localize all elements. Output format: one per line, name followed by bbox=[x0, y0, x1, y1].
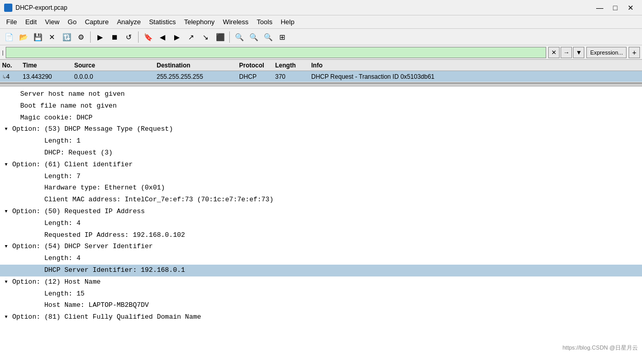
cell-time: 13.443290 bbox=[21, 73, 72, 80]
filter-clear-btn[interactable]: ✕ bbox=[548, 47, 560, 58]
col-header-source[interactable]: Source bbox=[72, 62, 155, 69]
detail-line: Length: 4 bbox=[0, 253, 642, 265]
save-btn[interactable]: 💾 bbox=[31, 30, 44, 44]
start-btn[interactable]: ▶ bbox=[93, 30, 107, 44]
options-btn[interactable]: ⚙ bbox=[74, 30, 88, 44]
detail-line: Length: 7 bbox=[0, 171, 642, 183]
detail-line: Length: 15 bbox=[0, 288, 642, 300]
filter-label: | bbox=[2, 49, 4, 56]
detail-line: Length: 4 bbox=[0, 218, 642, 230]
detail-line[interactable]: ▾ Option: (61) Client identifier bbox=[0, 159, 642, 171]
title-text: DHCP-export.pcap bbox=[15, 4, 67, 11]
close-button[interactable]: ✕ bbox=[623, 2, 638, 13]
detail-line: Host Name: LAPTOP-MB2BQ7DV bbox=[0, 300, 642, 311]
cell-destination: 255.255.255.255 bbox=[155, 73, 237, 80]
packet-list: No. Time Source Destination Protocol Len… bbox=[0, 60, 642, 83]
col-header-no[interactable]: No. bbox=[0, 62, 21, 69]
menu-item-view[interactable]: View bbox=[41, 17, 63, 27]
cell-no: ↳4 bbox=[0, 73, 21, 80]
menu-item-file[interactable]: File bbox=[2, 17, 21, 27]
minimize-button[interactable]: — bbox=[593, 2, 607, 13]
menu-item-telephony[interactable]: Telephony bbox=[180, 17, 218, 27]
watermark: https://blog.CSDN @日星月云 bbox=[563, 344, 638, 352]
menu-item-wireless[interactable]: Wireless bbox=[218, 17, 252, 27]
filter-down-btn[interactable]: ↘ bbox=[199, 30, 212, 44]
menu-item-capture[interactable]: Capture bbox=[81, 17, 113, 27]
detail-line: Requested IP Address: 192.168.0.102 bbox=[0, 230, 642, 241]
col-header-info[interactable]: Info bbox=[309, 62, 642, 69]
packet-list-header: No. Time Source Destination Protocol Len… bbox=[0, 60, 642, 71]
expand-btn[interactable]: ⊞ bbox=[276, 30, 289, 44]
packet-details: Server host name not given Boot file nam… bbox=[0, 86, 642, 364]
zoom-in-btn[interactable]: 🔍 bbox=[232, 30, 246, 44]
detail-line[interactable]: ▾ Option: (54) DHCP Server Identifier bbox=[0, 241, 642, 253]
detail-line: Client MAC address: IntelCor_7e:ef:73 (7… bbox=[0, 194, 642, 206]
detail-line[interactable]: ▾ Option: (50) Requested IP Address bbox=[0, 206, 642, 218]
filter-apply-right-btn[interactable]: → bbox=[561, 47, 572, 58]
zoom-out-btn[interactable]: 🔍 bbox=[247, 30, 260, 44]
window-controls: — □ ✕ bbox=[593, 2, 638, 13]
detail-line: Boot file name not given bbox=[0, 100, 642, 112]
menu-item-analyze[interactable]: Analyze bbox=[113, 17, 145, 27]
detail-line: Server host name not given bbox=[0, 89, 642, 100]
cell-source: 0.0.0.0 bbox=[72, 73, 155, 80]
col-header-time[interactable]: Time bbox=[21, 62, 72, 69]
detail-line[interactable]: ▾ Option: (12) Host Name bbox=[0, 276, 642, 288]
menu-item-tools[interactable]: Tools bbox=[252, 17, 276, 27]
stop-btn[interactable]: ⏹ bbox=[108, 30, 121, 44]
col-header-protocol[interactable]: Protocol bbox=[237, 62, 273, 69]
detail-line: DHCP Server Identifier: 192.168.0.1 bbox=[0, 265, 642, 276]
reload-btn[interactable]: 🔃 bbox=[60, 30, 73, 44]
maximize-button[interactable]: □ bbox=[608, 2, 622, 13]
app-icon bbox=[4, 4, 12, 12]
cell-protocol: DHCP bbox=[237, 73, 273, 80]
new-btn[interactable]: 📄 bbox=[2, 30, 15, 44]
filter-jump-btn[interactable]: ↗ bbox=[184, 30, 198, 44]
col-header-destination[interactable]: Destination bbox=[155, 62, 237, 69]
filter-input[interactable]: frame.number==4 bbox=[6, 47, 547, 58]
filter-prev-btn[interactable]: ◀ bbox=[156, 30, 169, 44]
detail-line: Length: 1 bbox=[0, 135, 642, 147]
app-title: DHCP-export.pcap bbox=[4, 4, 67, 12]
filter-next-btn[interactable]: ▶ bbox=[170, 30, 183, 44]
filter-dropdown-btn[interactable]: ▼ bbox=[573, 47, 584, 58]
add-filter-button[interactable]: + bbox=[629, 47, 640, 58]
detail-line[interactable]: ▾ Option: (53) DHCP Message Type (Reques… bbox=[0, 124, 642, 135]
menu-item-statistics[interactable]: Statistics bbox=[145, 17, 180, 27]
restart-btn[interactable]: ↺ bbox=[122, 30, 136, 44]
title-bar: DHCP-export.pcap — □ ✕ bbox=[0, 0, 642, 15]
sep2 bbox=[138, 31, 139, 43]
menu-item-help[interactable]: Help bbox=[277, 17, 299, 27]
menu-item-edit[interactable]: Edit bbox=[21, 17, 41, 27]
filter-bar: | frame.number==4 ✕ → ▼ Expression... + bbox=[0, 45, 642, 60]
open-btn[interactable]: 📂 bbox=[16, 30, 30, 44]
col-header-length[interactable]: Length bbox=[273, 62, 309, 69]
sep1 bbox=[90, 31, 91, 43]
filter-buttons: ✕ → ▼ bbox=[548, 47, 584, 58]
sep3 bbox=[229, 31, 230, 43]
cell-info: DHCP Request - Transaction ID 0x5103db61 bbox=[309, 73, 642, 80]
cell-length: 370 bbox=[273, 73, 309, 80]
toolbar: 📄📂💾✕🔃⚙▶⏹↺🔖◀▶↗↘⬛🔍🔍🔍⊞ bbox=[0, 29, 642, 45]
close-btn[interactable]: ✕ bbox=[45, 30, 59, 44]
table-row[interactable]: ↳4 13.443290 0.0.0.0 255.255.255.255 DHC… bbox=[0, 71, 642, 82]
row-arrow: ↳ bbox=[2, 74, 6, 80]
filter-save-btn[interactable]: 🔖 bbox=[141, 30, 155, 44]
menu-bar: FileEditViewGoCaptureAnalyzeStatisticsTe… bbox=[0, 15, 642, 29]
expression-button[interactable]: Expression... bbox=[586, 47, 627, 58]
zoom-normal-btn[interactable]: 🔍 bbox=[261, 30, 275, 44]
menu-item-go[interactable]: Go bbox=[63, 17, 80, 27]
detail-line: DHCP: Request (3) bbox=[0, 147, 642, 159]
detail-line: Hardware type: Ethernet (0x01) bbox=[0, 182, 642, 194]
detail-line: Magic cookie: DHCP bbox=[0, 112, 642, 124]
filter-clear-btn[interactable]: ⬛ bbox=[213, 30, 227, 44]
detail-line[interactable]: ▾ Option: (81) Client Fully Qualified Do… bbox=[0, 311, 642, 323]
